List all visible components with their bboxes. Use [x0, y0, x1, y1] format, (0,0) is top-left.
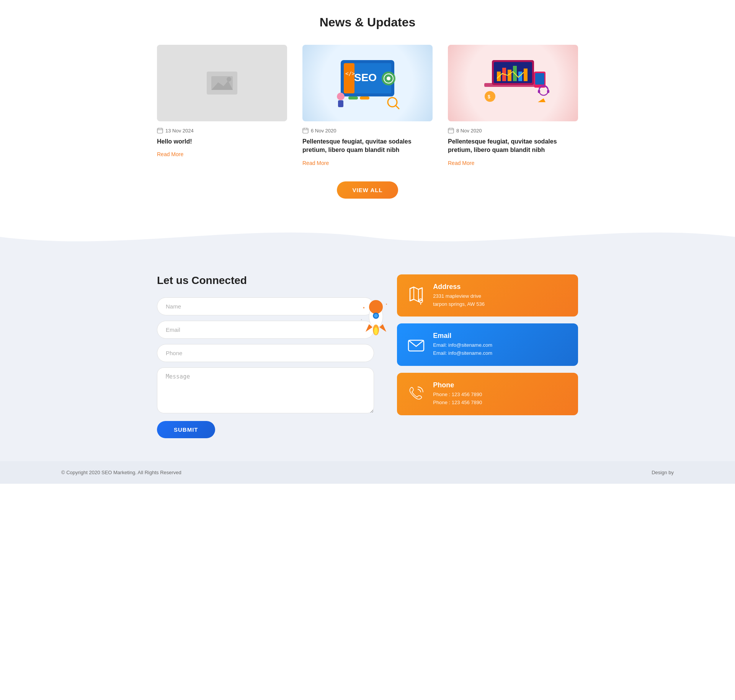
news-date-2: 6 Nov 2020: [302, 127, 433, 134]
svg-text:SEO: SEO: [354, 72, 377, 83]
news-image-placeholder: [157, 45, 287, 121]
news-section: News & Updates 13 Nov 2024: [0, 0, 735, 222]
svg-rect-4: [157, 128, 163, 133]
phone-icon: [406, 384, 426, 404]
svg-line-21: [396, 106, 399, 109]
email-detail: Email: info@sitename.com Email: info@sit…: [433, 341, 492, 357]
analytics-illustration: $: [475, 52, 551, 114]
news-date-text-2: 6 Nov 2020: [311, 128, 336, 134]
submit-button[interactable]: SUBMIT: [157, 421, 215, 438]
news-card-2: SEO </>: [302, 45, 433, 166]
svg-rect-22: [303, 128, 308, 133]
svg-rect-11: [344, 63, 354, 93]
wave-separator: [0, 222, 735, 252]
message-input[interactable]: [157, 367, 374, 413]
footer-design: Design by: [652, 470, 674, 475]
news-date-1: 13 Nov 2024: [157, 127, 287, 134]
email-icon: [406, 335, 426, 355]
news-grid: 13 Nov 2024 Hello world! Read More SEO <…: [157, 45, 578, 166]
svg-point-49: [374, 314, 378, 318]
news-title: News & Updates: [61, 15, 674, 29]
news-image-analytics: $: [448, 45, 578, 121]
read-more-2[interactable]: Read More: [302, 160, 433, 166]
rocket-illustration: ✦ ✦ ✦: [359, 297, 393, 343]
news-card-3: $ 8 Nov 2020 Pell: [448, 45, 578, 166]
contact-section: Let us Connected SUBMIT: [0, 251, 735, 461]
svg-point-18: [337, 93, 345, 100]
svg-point-47: [369, 300, 383, 314]
seo-illustration: SEO </>: [329, 52, 406, 114]
address-detail: 2331 mapleview drive tarpon springs, AW …: [433, 292, 485, 308]
svg-rect-17: [360, 96, 369, 100]
email-card: Email Email: info@sitename.com Email: in…: [397, 323, 578, 366]
read-more-1[interactable]: Read More: [157, 151, 287, 157]
contact-inner: Let us Connected SUBMIT: [157, 274, 578, 438]
email-card-title: Email: [433, 332, 492, 340]
svg-rect-41: [547, 90, 549, 93]
footer: © Copyright 2020 SEO Marketing. All Righ…: [0, 461, 735, 484]
phone-input[interactable]: [157, 344, 374, 362]
news-date-3: 8 Nov 2020: [448, 127, 578, 134]
svg-text:$: $: [488, 94, 490, 100]
address-icon: [406, 286, 426, 305]
name-input[interactable]: [157, 297, 374, 315]
svg-text:</>: </>: [345, 70, 355, 77]
contact-title: Let us Connected: [157, 274, 374, 287]
view-all-button[interactable]: VIEW ALL: [337, 181, 398, 199]
calendar-icon-2: [302, 127, 309, 134]
svg-text:✦: ✦: [361, 318, 362, 321]
address-card-title: Address: [433, 283, 485, 291]
email-content: Email Email: info@sitename.com Email: in…: [433, 332, 492, 357]
contact-form-area: Let us Connected SUBMIT: [157, 274, 374, 438]
email-input[interactable]: [157, 321, 374, 339]
news-card-1: 13 Nov 2024 Hello world! Read More: [157, 45, 287, 166]
phone-card-title: Phone: [433, 381, 482, 389]
read-more-3[interactable]: Read More: [448, 160, 578, 166]
phone-detail: Phone : 123 456 7890 Phone : 123 456 789…: [433, 391, 482, 407]
svg-point-15: [387, 77, 390, 80]
svg-point-3: [227, 77, 231, 82]
calendar-icon-3: [448, 127, 454, 134]
phone-card: Phone Phone : 123 456 7890 Phone : 123 4…: [397, 373, 578, 415]
svg-rect-42: [448, 128, 454, 133]
calendar-icon-1: [157, 127, 163, 134]
svg-rect-36: [535, 73, 544, 85]
svg-text:✦: ✦: [363, 306, 365, 310]
view-all-wrap: VIEW ALL: [61, 181, 674, 199]
svg-rect-16: [348, 96, 358, 100]
svg-text:✦: ✦: [385, 303, 387, 305]
svg-point-53: [374, 327, 378, 335]
contact-right: ✦ ✦ ✦: [397, 274, 578, 415]
address-content: Address 2331 mapleview drive tarpon spri…: [433, 283, 485, 308]
phone-content: Phone Phone : 123 456 7890 Phone : 123 4…: [433, 381, 482, 407]
footer-copyright: © Copyright 2020 SEO Marketing. All Righ…: [61, 470, 181, 475]
news-date-text-1: 13 Nov 2024: [165, 128, 194, 134]
svg-rect-19: [338, 100, 343, 107]
news-heading-2: Pellentesque feugiat, quvitae sodales pr…: [302, 137, 433, 155]
svg-rect-40: [538, 90, 540, 93]
svg-rect-34: [524, 69, 528, 81]
placeholder-svg: [207, 72, 237, 95]
news-image-seo: SEO </>: [302, 45, 433, 121]
news-heading-3: Pellentesque feugiat, quvitae sodales pr…: [448, 137, 578, 155]
news-heading-1: Hello world!: [157, 137, 287, 146]
news-date-text-3: 8 Nov 2020: [456, 128, 482, 134]
address-card: Address 2331 mapleview drive tarpon spri…: [397, 274, 578, 317]
